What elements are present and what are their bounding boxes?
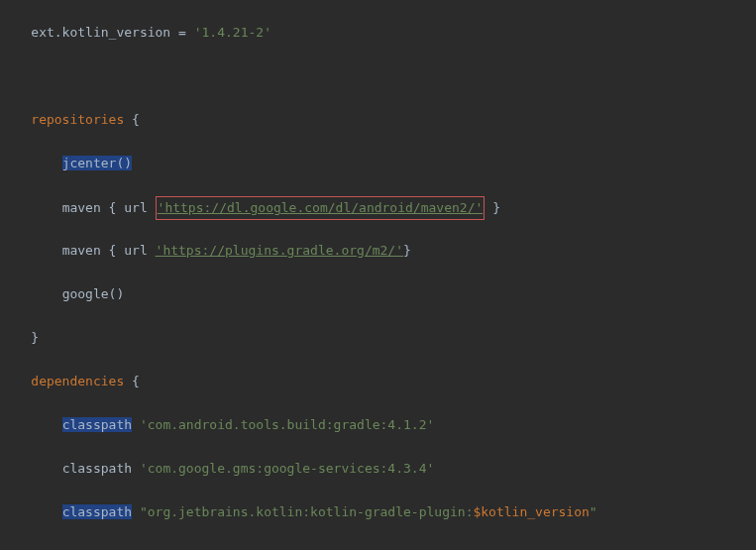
url-string: 'https://plugins.gradle.org/m2/': [156, 243, 403, 258]
code-line: google(): [0, 283, 756, 305]
code-line: maven { url 'https://plugins.gradle.org/…: [0, 240, 756, 262]
brace: {: [109, 243, 117, 258]
keyword-ext: ext: [31, 25, 54, 40]
code-line: maven { url 'https://dl.google.com/dl/an…: [0, 196, 756, 218]
highlighted-classpath: classpath: [62, 504, 132, 519]
maven-call: maven: [62, 243, 101, 258]
highlighted-classpath: classpath: [62, 417, 132, 432]
code-line: classpath 'com.android.tools.build:gradl…: [0, 414, 756, 436]
code-line: }: [0, 327, 756, 349]
text: .kotlin_version =: [54, 25, 194, 40]
code-line: classpath 'com.google.gms:google-service…: [0, 458, 756, 480]
classpath: classpath: [62, 461, 132, 476]
string-literal: 'com.google.gms:google-services:4.3.4': [140, 461, 434, 476]
brace: }: [31, 330, 39, 345]
google-call: google(): [62, 286, 125, 301]
code-line: repositories {: [0, 109, 756, 131]
maven-call: maven: [62, 200, 101, 215]
code-line: dependencies {: [0, 371, 756, 392]
code-line: classpath 'gradle.plugin.com.onesignal:o…: [0, 545, 756, 550]
keyword-dependencies: dependencies: [31, 374, 124, 388]
brace: {: [132, 112, 140, 127]
string-literal: 'com.android.tools.build:gradle:4.1.2': [140, 417, 434, 432]
code-line: jcenter(): [0, 153, 756, 174]
string-literal: ": [590, 504, 597, 519]
url-string: 'https://dl.google.com/dl/android/maven2…: [158, 200, 484, 215]
variable: $kotlin_version: [473, 504, 589, 519]
code-line: classpath "org.jetbrains.kotlin:kotlin-g…: [0, 501, 756, 523]
keyword-repositories: repositories: [31, 112, 124, 127]
url-keyword: url: [124, 200, 147, 215]
string-literal: '1.4.21-2': [194, 25, 271, 40]
highlighted-jcenter: jcenter(): [62, 156, 132, 170]
brace: {: [132, 374, 140, 388]
code-editor[interactable]: ext.kotlin_version = '1.4.21-2' reposito…: [0, 0, 756, 550]
url-keyword: url: [124, 243, 147, 258]
code-line: [0, 65, 756, 87]
brace: }: [403, 243, 411, 258]
brace: {: [109, 200, 117, 215]
brace: }: [492, 200, 500, 215]
code-line: ext.kotlin_version = '1.4.21-2': [0, 22, 756, 44]
string-literal: "org.jetbrains.kotlin:kotlin-gradle-plug…: [140, 504, 474, 519]
